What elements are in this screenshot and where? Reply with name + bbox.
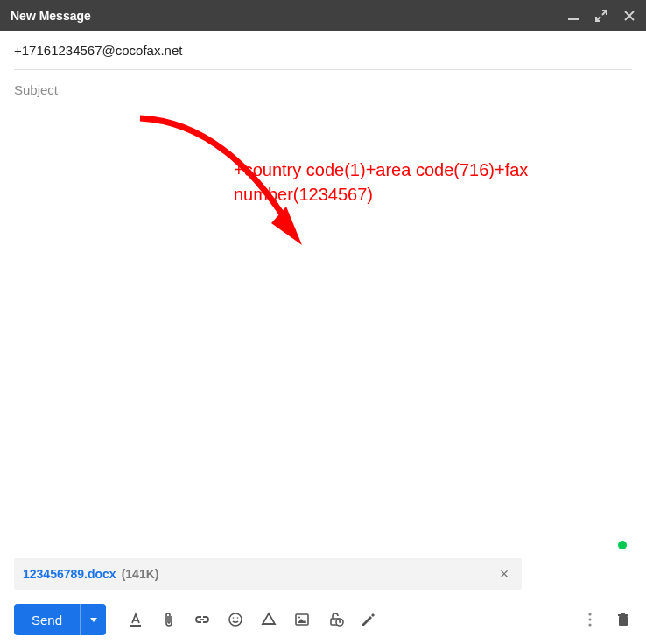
svg-rect-0 bbox=[568, 18, 579, 20]
attach-file-icon[interactable] bbox=[160, 611, 178, 628]
svg-marker-1 bbox=[271, 206, 302, 245]
svg-point-14 bbox=[588, 623, 591, 626]
to-value: +17161234567@cocofax.net bbox=[14, 43, 182, 58]
discard-draft-icon[interactable] bbox=[614, 611, 632, 628]
svg-point-9 bbox=[298, 617, 300, 619]
header-window-controls bbox=[567, 10, 635, 22]
to-field[interactable]: +17161234567@cocofax.net bbox=[14, 31, 632, 70]
compose-title: New Message bbox=[11, 9, 91, 23]
attachment-remove-icon[interactable]: × bbox=[495, 565, 513, 584]
compose-header: New Message bbox=[0, 0, 646, 31]
close-icon[interactable] bbox=[623, 10, 635, 22]
svg-marker-2 bbox=[90, 618, 97, 622]
svg-point-6 bbox=[237, 617, 239, 619]
subject-placeholder: Subject bbox=[14, 82, 58, 97]
signature-icon[interactable] bbox=[360, 611, 377, 628]
more-options-icon[interactable] bbox=[581, 611, 599, 628]
attachment-chip[interactable]: 123456789.docx (141K) × bbox=[14, 558, 522, 590]
svg-rect-15 bbox=[619, 616, 628, 626]
toolbar-right bbox=[581, 611, 632, 628]
send-more-button[interactable] bbox=[80, 604, 106, 635]
minimize-icon[interactable] bbox=[567, 10, 579, 22]
drive-icon[interactable] bbox=[260, 611, 277, 628]
format-text-icon[interactable] bbox=[127, 611, 144, 628]
format-toolbar bbox=[127, 611, 377, 628]
send-button[interactable]: Send bbox=[14, 604, 80, 635]
svg-point-12 bbox=[588, 612, 591, 615]
insert-link-icon[interactable] bbox=[193, 611, 211, 628]
svg-rect-17 bbox=[621, 612, 625, 614]
emoji-icon[interactable] bbox=[227, 611, 244, 628]
compose-toolbar: Send bbox=[0, 595, 646, 644]
compose-fields: +17161234567@cocofax.net Subject bbox=[0, 31, 646, 109]
compose-body[interactable]: +country code(1)+area code(716)+fax numb… bbox=[0, 109, 646, 558]
svg-point-4 bbox=[229, 613, 242, 626]
svg-point-13 bbox=[588, 618, 591, 620]
send-group: Send bbox=[14, 604, 106, 635]
insert-photo-icon[interactable] bbox=[293, 611, 311, 628]
confidential-icon[interactable] bbox=[327, 611, 344, 628]
presence-indicator bbox=[618, 541, 627, 550]
svg-marker-8 bbox=[298, 619, 306, 623]
attachment-name: 123456789.docx bbox=[23, 567, 116, 581]
subject-field[interactable]: Subject bbox=[14, 70, 632, 109]
svg-point-5 bbox=[233, 617, 235, 619]
svg-rect-16 bbox=[618, 614, 628, 616]
svg-rect-3 bbox=[130, 625, 141, 626]
expand-icon[interactable] bbox=[595, 10, 607, 22]
attachment-size: (141K) bbox=[122, 567, 159, 581]
annotation-text: +country code(1)+area code(716)+fax numb… bbox=[234, 158, 610, 206]
